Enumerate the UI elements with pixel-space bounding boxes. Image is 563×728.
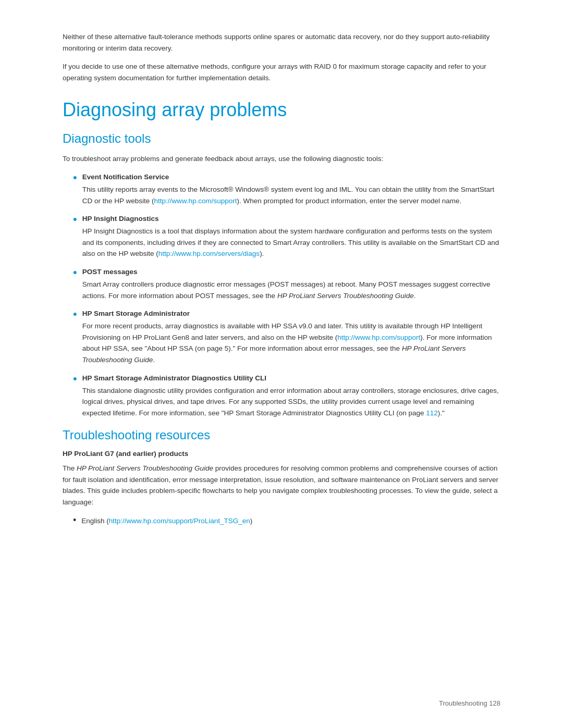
english-link-text: English (http://www.hp.com/support/ProLi… [81, 515, 252, 527]
troubleshooting-description: The HP ProLiant Servers Troubleshooting … [63, 463, 500, 508]
link-page-112[interactable]: 112 [426, 409, 438, 417]
bullet-content-4: HP Smart Storage Administrator For more … [82, 310, 500, 365]
bullet-item-cli: • HP Smart Storage Administrator Diagnos… [73, 374, 500, 419]
bullet-content-2: HP Insight Diagnostics HP Insight Diagno… [82, 215, 500, 260]
intro-paragraph-1: Neither of these alternative fault-toler… [63, 31, 500, 54]
intro-paragraph-2: If you decide to use one of these altern… [63, 61, 500, 83]
bullet-dot-3: • [73, 267, 77, 278]
bullet-text-cli: This standalone diagnostic utility provi… [82, 385, 500, 419]
link-hp-support-ssa[interactable]: http://www.hp.com/support [337, 334, 420, 341]
italic-proliant-tsg-post: HP ProLiant Servers Troubleshooting Guid… [277, 292, 414, 300]
bullet-text-post: Smart Array controllers produce diagnost… [82, 279, 500, 301]
link-english-tsg[interactable]: http://www.hp.com/support/ProLiant_TSG_e… [109, 517, 250, 525]
bullet-item-insight: • HP Insight Diagnostics HP Insight Diag… [73, 215, 500, 260]
italic-proliant-tsg-desc: HP ProLiant Servers Troubleshooting Guid… [77, 464, 213, 472]
bullet-item-post: • POST messages Smart Array controllers … [73, 268, 500, 301]
italic-proliant-tsg-ssa: HP ProLiant Servers Troubleshooting Guid… [82, 344, 466, 364]
bullet-title-cli: HP Smart Storage Administrator Diagnosti… [82, 374, 500, 382]
troubleshooting-resources-title: Troubleshooting resources [63, 428, 500, 442]
bullet-title-insight: HP Insight Diagnostics [82, 215, 500, 223]
main-title: Diagnosing array problems [63, 99, 500, 121]
bullet-dot-1: • [73, 172, 77, 183]
bullet-dot-4: • [73, 309, 77, 320]
bullet-title-post: POST messages [82, 268, 500, 276]
bullet-item-ens: • Event Notification Service This utilit… [73, 173, 500, 206]
bullet-dot-2: • [73, 214, 77, 225]
troubleshooting-resources-section: Troubleshooting resources HP ProLiant G7… [63, 428, 500, 526]
bullet-text-ssa: For more recent products, array diagnost… [82, 320, 500, 365]
diagnostic-tools-title: Diagnostic tools [63, 131, 500, 146]
page-footer: Troubleshooting 128 [439, 699, 500, 707]
bullet-dot-5: • [73, 373, 77, 385]
bullet-content-3: POST messages Smart Array controllers pr… [82, 268, 500, 301]
bullet-item-ssa: • HP Smart Storage Administrator For mor… [73, 310, 500, 365]
bullet-dot-english: • [73, 515, 76, 525]
hp-proliant-g7-title: HP ProLiant G7 (and earlier) products [63, 450, 500, 458]
bullet-content-1: Event Notification Service This utility … [82, 173, 500, 206]
bullet-content-5: HP Smart Storage Administrator Diagnosti… [82, 374, 500, 419]
diagnostic-tools-intro: To troubleshoot array problems and gener… [63, 153, 500, 165]
english-link-item: • English (http://www.hp.com/support/Pro… [63, 515, 500, 527]
bullet-title-ens: Event Notification Service [82, 173, 500, 181]
link-hp-servers-diags[interactable]: http://www.hp.com/servers/diags [158, 250, 260, 257]
link-hp-support-ens[interactable]: http://www.hp.com/support [154, 197, 237, 205]
bullet-text-insight: HP Insight Diagnostics is a tool that di… [82, 226, 500, 260]
bullet-title-ssa: HP Smart Storage Administrator [82, 310, 500, 317]
bullet-text-ens: This utility reports array events to the… [82, 184, 500, 206]
diagnostic-tools-list: • Event Notification Service This utilit… [63, 173, 500, 418]
